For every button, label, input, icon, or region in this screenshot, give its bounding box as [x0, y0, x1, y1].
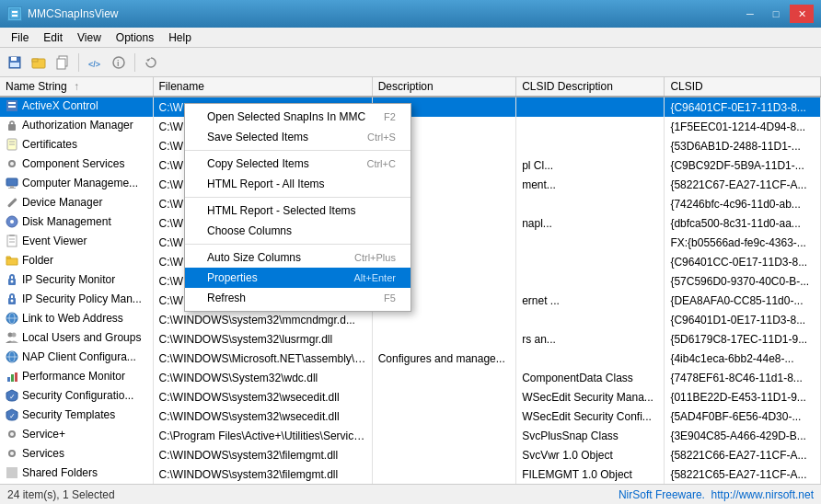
- cell-clsid: {58221C66-EA27-11CF-A...: [665, 445, 821, 464]
- svg-point-22: [10, 162, 14, 166]
- row-icon: ✓: [6, 389, 18, 402]
- col-filename[interactable]: Filename: [153, 77, 372, 97]
- toolbar-copy[interactable]: [52, 52, 74, 74]
- ctx-separator: [185, 244, 410, 245]
- row-icon: ✓: [6, 408, 18, 421]
- toolbar-props[interactable]: i: [108, 52, 130, 74]
- svg-rect-54: [6, 467, 17, 478]
- ctx-item-shortcut: F5: [384, 292, 396, 304]
- cell-name: Component Services: [0, 155, 153, 175]
- svg-rect-26: [7, 198, 17, 208]
- cell-clsid: {57C596D0-9370-40C0-B-...: [665, 271, 821, 291]
- ctx-item-html-report---selected-items[interactable]: HTML Report - Selected Items: [185, 200, 410, 221]
- menu-item-edit[interactable]: Edit: [36, 28, 70, 47]
- cell-name: Service+: [0, 426, 153, 445]
- cell-clsid: {dbfca500-8c31-11d0-aa...: [665, 213, 821, 233]
- cell-clsid: {58221C67-EA27-11CF-A...: [665, 175, 821, 194]
- svg-point-53: [10, 452, 14, 455]
- row-icon: [6, 273, 18, 286]
- table-row[interactable]: NAP Client Configura...C:\WINDOWS\Micros…: [0, 349, 821, 368]
- ctx-item-properties[interactable]: PropertiesAlt+Enter: [185, 268, 410, 288]
- menu-bar: FileEditViewOptionsHelp: [0, 28, 821, 48]
- svg-rect-23: [6, 178, 17, 186]
- ctx-item-copy-selected-items[interactable]: Copy Selected ItemsCtrl+C: [185, 154, 410, 174]
- cell-name: Device Manager: [0, 194, 153, 213]
- col-description[interactable]: Description: [372, 77, 515, 97]
- window-controls[interactable]: ─ □ ✕: [738, 5, 814, 23]
- table-row[interactable]: Local Users and GroupsC:\WINDOWS\system3…: [0, 329, 821, 349]
- cell-clsid-desc: SvcPlusSnap Class: [516, 426, 665, 445]
- context-menu: Open Selected SnapIns In MMCF2Save Selec…: [184, 103, 411, 312]
- ctx-item-refresh[interactable]: RefreshF5: [185, 288, 410, 308]
- cell-description: [372, 329, 515, 349]
- cell-name: NAP Client Configura...: [0, 349, 153, 368]
- cell-description: [372, 426, 515, 445]
- row-icon: [6, 428, 18, 441]
- table-row[interactable]: ✓Security Configuratio...C:\WINDOWS\syst…: [0, 387, 821, 407]
- ctx-item-choose-columns[interactable]: Choose Columns: [185, 221, 410, 241]
- table-row[interactable]: Shared FoldersC:\WINDOWS\system32\filemg…: [0, 464, 821, 484]
- row-icon: [6, 370, 18, 383]
- app-icon: [7, 6, 22, 21]
- col-clsid[interactable]: CLSID: [665, 77, 821, 97]
- row-icon: [6, 331, 18, 344]
- cell-clsid-desc: [516, 252, 665, 271]
- svg-rect-24: [10, 186, 14, 188]
- cell-clsid-desc: [516, 349, 665, 368]
- cell-filename: C:\Program Files\Active+\Utilities\Servi…: [153, 426, 372, 445]
- toolbar-separator-1: [78, 53, 79, 72]
- cell-name: ✓Security Configuratio...: [0, 387, 153, 407]
- cell-clsid: {5AD4F0BF-6E56-4D30-...: [665, 407, 821, 426]
- svg-rect-0: [10, 9, 19, 18]
- ctx-item-html-report---all-items[interactable]: HTML Report - All Items: [185, 174, 410, 194]
- cell-name: ActiveX Control: [0, 97, 153, 117]
- cell-clsid-desc: napl...: [516, 213, 665, 233]
- toolbar-html[interactable]: </>: [84, 52, 106, 74]
- menu-item-options[interactable]: Options: [109, 28, 161, 47]
- menu-item-file[interactable]: File: [4, 28, 36, 47]
- svg-rect-47: [15, 372, 17, 382]
- toolbar-separator-2: [134, 53, 135, 72]
- svg-point-51: [10, 432, 14, 436]
- ctx-item-auto-size-columns[interactable]: Auto Size ColumnsCtrl+Plus: [185, 247, 410, 268]
- table-row[interactable]: Link to Web AddressC:\WINDOWS\system32\m…: [0, 310, 821, 329]
- window-title: MMCSnapInsView: [28, 7, 118, 20]
- col-name[interactable]: Name String ↑: [0, 77, 153, 97]
- cell-clsid: {C96401CC-0E17-11D3-8...: [665, 252, 821, 271]
- ctx-item-label: Open Selected SnapIns In MMC: [207, 110, 365, 123]
- cell-name: Local Users and Groups: [0, 329, 153, 349]
- cell-description: Configures and manage...: [372, 349, 515, 368]
- minimize-button[interactable]: ─: [738, 5, 762, 23]
- toolbar-refresh[interactable]: [140, 52, 162, 74]
- ctx-item-label: Copy Selected Items: [207, 157, 309, 170]
- cell-filename: C:\WINDOWS\Microsoft.NET\assembly\GA...: [153, 349, 372, 368]
- cell-clsid-desc: pl Cl...: [516, 155, 665, 175]
- table-row[interactable]: Service+C:\Program Files\Active+\Utiliti…: [0, 426, 821, 445]
- cell-clsid-desc: FILEMGMT 1.0 Object: [516, 464, 665, 484]
- table-row[interactable]: ✓Security TemplatesC:\WINDOWS\system32\w…: [0, 407, 821, 426]
- close-button[interactable]: ✕: [790, 5, 814, 23]
- row-icon: [6, 350, 18, 363]
- toolbar-save[interactable]: [4, 52, 26, 74]
- menu-item-view[interactable]: View: [70, 28, 109, 47]
- cell-clsid-desc: ComponentData Class: [516, 368, 665, 387]
- nirsoft-link[interactable]: http://www.nirsoft.net: [711, 488, 814, 501]
- ctx-item-save-selected-items[interactable]: Save Selected ItemsCtrl+S: [185, 127, 410, 147]
- cell-clsid: FX:{b05566ad-fe9c-4363-...: [665, 233, 821, 252]
- row-icon: [6, 157, 18, 170]
- svg-rect-9: [57, 59, 65, 69]
- ctx-item-shortcut: Ctrl+S: [367, 132, 396, 143]
- col-clsid-desc[interactable]: CLSID Description: [516, 77, 665, 97]
- maximize-button[interactable]: □: [764, 5, 788, 23]
- cell-clsid-desc: [516, 271, 665, 291]
- cell-clsid: {58221C65-EA27-11CF-A...: [665, 464, 821, 484]
- cell-clsid: {C96401CF-0E17-11D3-8...: [665, 97, 821, 117]
- toolbar-open[interactable]: [28, 52, 50, 74]
- menu-item-help[interactable]: Help: [161, 28, 199, 47]
- table-row[interactable]: ServicesC:\WINDOWS\system32\filemgmt.dll…: [0, 445, 821, 464]
- svg-rect-4: [11, 57, 17, 61]
- cell-clsid: {53D6AB1D-2488-11D1-...: [665, 136, 821, 155]
- ctx-item-open-selected-snapins-in-mmc[interactable]: Open Selected SnapIns In MMCF2: [185, 107, 410, 127]
- cell-name: Link to Web Address: [0, 310, 153, 329]
- table-row[interactable]: Performance MonitorC:\WINDOWS\System32\w…: [0, 368, 821, 387]
